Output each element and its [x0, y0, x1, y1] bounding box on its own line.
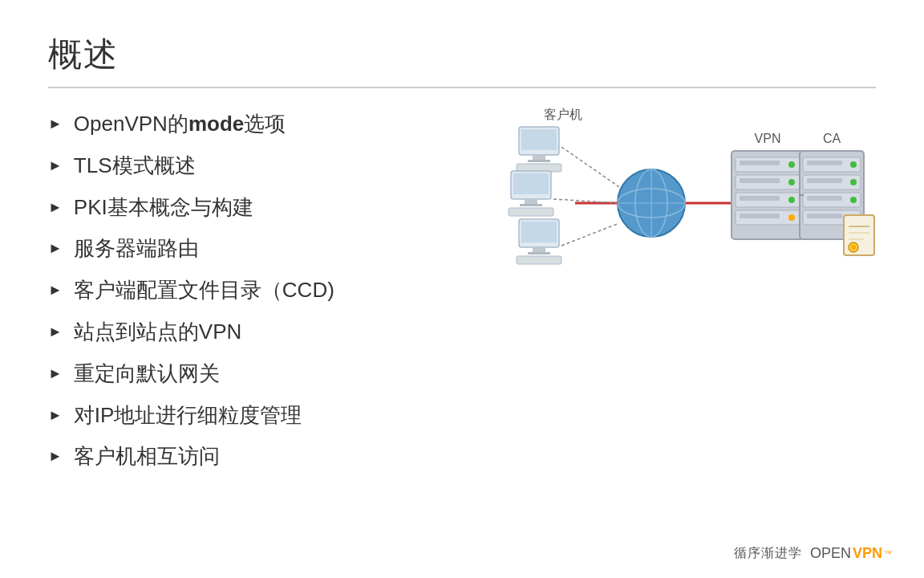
list-item: ► 对IP地址进行细粒度管理 — [48, 402, 459, 429]
svg-rect-37 — [740, 214, 780, 218]
title-section: 概述 — [48, 32, 876, 88]
svg-rect-12 — [533, 247, 545, 252]
bullet-text: 对IP地址进行细粒度管理 — [74, 402, 302, 429]
svg-line-21 — [561, 147, 619, 187]
network-diagram: 客户机 — [491, 95, 876, 384]
brand-text: 循序渐进学 — [734, 545, 802, 562]
svg-point-31 — [788, 179, 795, 185]
list-item: ► PKI基本概念与构建 — [48, 194, 459, 222]
bullet-arrow-icon: ► — [48, 364, 63, 383]
svg-rect-48 — [807, 178, 842, 183]
footer: 循序渐进学 OPEN VPN ™ — [734, 545, 892, 562]
svg-point-32 — [788, 197, 795, 203]
svg-rect-34 — [740, 161, 780, 165]
list-item: ► 站点到站点的VPN — [48, 319, 459, 346]
bullet-arrow-icon: ► — [48, 323, 63, 341]
svg-point-30 — [788, 161, 795, 168]
svg-line-23 — [561, 223, 619, 246]
bullet-text: 重定向默认网关 — [74, 360, 220, 388]
svg-rect-8 — [520, 204, 542, 206]
slide: 概述 ► OpenVPN的mode选项 ► TLS模式概述 ► PKI基本概念与… — [0, 0, 924, 578]
openvpn-logo: OPEN VPN ™ — [810, 545, 892, 562]
svg-rect-3 — [528, 160, 550, 162]
svg-rect-50 — [807, 214, 842, 218]
svg-rect-47 — [807, 161, 842, 165]
vpn-server — [732, 151, 804, 239]
logo-tm-text: ™ — [884, 549, 892, 558]
bullet-arrow-icon: ► — [48, 281, 63, 299]
svg-point-56 — [851, 245, 856, 250]
svg-point-43 — [850, 161, 857, 168]
bullet-text: 客户端配置文件目录（CCD) — [74, 277, 334, 304]
logo-vpn-text: VPN — [853, 545, 882, 562]
list-item: ► TLS模式概述 — [48, 153, 459, 180]
bullet-text: OpenVPN的mode选项 — [74, 111, 286, 138]
bullet-text: 服务器端路由 — [74, 235, 199, 263]
slide-title: 概述 — [48, 32, 876, 77]
globe-icon — [575, 169, 685, 237]
vpn-label: VPN — [755, 132, 781, 145]
svg-rect-49 — [807, 196, 842, 201]
bullet-arrow-icon: ► — [48, 406, 63, 425]
bullet-list: ► OpenVPN的mode选项 ► TLS模式概述 ► PKI基本概念与构建 … — [48, 111, 491, 485]
bullet-arrow-icon: ► — [48, 157, 63, 175]
content-area: ► OpenVPN的mode选项 ► TLS模式概述 ► PKI基本概念与构建 … — [48, 111, 876, 485]
svg-point-44 — [850, 179, 857, 185]
list-item: ► 重定向默认网关 — [48, 360, 459, 388]
bullet-arrow-icon: ► — [48, 239, 63, 258]
svg-point-45 — [850, 197, 857, 203]
bullet-text: 站点到站点的VPN — [74, 319, 241, 346]
bullet-arrow-icon: ► — [48, 198, 63, 217]
svg-rect-13 — [528, 252, 550, 254]
client-label: 客户机 — [544, 108, 582, 121]
svg-rect-2 — [533, 155, 545, 160]
list-item: ► 客户机相互访问 — [48, 443, 459, 470]
svg-rect-11 — [521, 222, 557, 242]
list-item: ► 客户端配置文件目录（CCD) — [48, 277, 459, 304]
logo-open-text: OPEN — [810, 545, 851, 562]
list-item: ► 服务器端路由 — [48, 235, 459, 263]
client-computer-3 — [517, 219, 561, 264]
svg-rect-1 — [521, 129, 557, 150]
certificate-icon — [844, 215, 874, 255]
svg-rect-9 — [509, 208, 553, 216]
bullet-arrow-icon: ► — [48, 115, 63, 133]
bullet-arrow-icon: ► — [48, 447, 63, 466]
bullet-text: TLS模式概述 — [74, 153, 196, 180]
svg-point-33 — [788, 214, 795, 221]
bullet-text: 客户机相互访问 — [74, 443, 220, 470]
client-computer-2 — [509, 171, 553, 216]
svg-rect-35 — [740, 178, 780, 183]
ca-label: CA — [823, 132, 841, 145]
list-item: ► OpenVPN的mode选项 — [48, 111, 459, 138]
svg-rect-36 — [740, 196, 780, 201]
svg-rect-14 — [517, 256, 561, 264]
svg-rect-7 — [525, 199, 537, 204]
client-computer-1 — [517, 127, 561, 172]
svg-rect-51 — [844, 215, 874, 255]
svg-rect-6 — [513, 173, 549, 194]
bullet-text: PKI基本概念与构建 — [74, 194, 253, 222]
